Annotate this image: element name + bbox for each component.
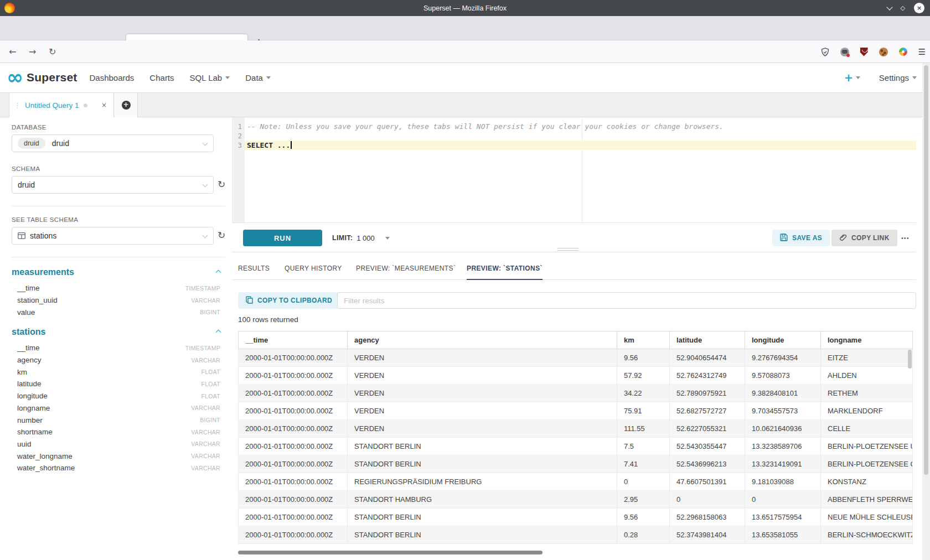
more-options-button[interactable]: •••: [901, 230, 910, 246]
query-tabbar: ⋮ Untitled Query 1 ● × +: [0, 93, 930, 117]
vertical-scrollbar-thumb[interactable]: [908, 350, 912, 369]
schema-column-row: latitudeFLOAT: [12, 378, 220, 390]
table-cell: 10.0621640936: [745, 420, 821, 438]
brand-name: Superset: [27, 71, 77, 84]
table-cell: 52.9040654474: [670, 349, 745, 367]
chevron-down-icon: [912, 76, 917, 79]
schema-column-row: kmFLOAT: [12, 366, 220, 378]
forward-icon[interactable]: →: [29, 40, 36, 63]
cookie-extension-icon[interactable]: [879, 48, 888, 56]
superset-infinity-icon: ∞: [7, 70, 23, 86]
query-tab-active[interactable]: ⋮ Untitled Query 1 ● ×: [9, 93, 114, 117]
window-maximize-icon[interactable]: ◇: [901, 4, 905, 12]
paperclip-icon: [839, 234, 847, 243]
drag-handle-icon[interactable]: ⋮: [14, 101, 21, 110]
table-cell: STANDORT BERLIN: [348, 526, 617, 544]
ublock-origin-icon[interactable]: [860, 48, 868, 56]
table-cell: BERLIN-PLOETZENSEE UP: [821, 438, 913, 455]
save-as-button[interactable]: SAVE AS: [772, 230, 830, 246]
table-cell: 2000-01-01T00:00:00.000Z: [239, 438, 348, 455]
column-name: value: [17, 308, 35, 317]
column-type: VARCHAR: [191, 405, 220, 411]
column-type: FLOAT: [201, 381, 220, 387]
extension-badge-icon[interactable]: [821, 48, 829, 56]
table-cell: 47.6607501391: [670, 473, 745, 491]
chevron-down-icon: [385, 237, 390, 240]
table-cell: BERLIN-PLOETZENSEE OP: [821, 455, 913, 473]
refresh-schema-icon[interactable]: ↻: [218, 179, 225, 190]
nav-item-sql-lab[interactable]: SQL Lab: [190, 73, 230, 82]
copy-to-clipboard-button[interactable]: COPY TO CLIPBOARD: [238, 292, 340, 309]
column-header[interactable]: agency: [348, 331, 617, 349]
nav-item-data[interactable]: Data: [245, 73, 271, 82]
settings-menu[interactable]: Settings: [879, 73, 917, 82]
window-minimize-icon[interactable]: [886, 4, 892, 10]
tab-results[interactable]: RESULTS: [238, 256, 270, 280]
column-name: longitude: [17, 392, 48, 400]
copy-link-button[interactable]: COPY LINK: [831, 230, 897, 246]
run-button[interactable]: RUN: [243, 230, 322, 246]
limit-control[interactable]: LIMIT: 1 000: [332, 230, 390, 246]
pane-resize-handle[interactable]: [557, 248, 578, 252]
table-section-header[interactable]: stations: [12, 327, 220, 337]
table-cell: VERDEN: [348, 367, 617, 385]
column-name: agency: [17, 356, 42, 364]
table-schema-label: SEE TABLE SCHEMA: [12, 216, 225, 223]
table-cell: 9.7034557573: [745, 402, 821, 420]
schema-column-row: longnameVARCHAR: [12, 402, 220, 414]
column-name: longname: [17, 404, 50, 412]
table-cell: 9.57088073: [745, 367, 821, 385]
schema-column-row: __timeTIMESTAMP: [12, 282, 220, 294]
nav-item-charts[interactable]: Charts: [149, 73, 174, 82]
tab-preview-measurements[interactable]: PREVIEW: `MEASUREMENTS`: [356, 256, 456, 280]
sqllab-sidebar: DATABASE druid druid SCHEMA druid ↻ SEE …: [0, 117, 237, 474]
column-header[interactable]: __time: [239, 331, 348, 349]
table-cell: VERDEN: [348, 420, 617, 438]
new-query-tab-button[interactable]: +: [115, 93, 138, 117]
table-cell: 9.3828408101: [745, 385, 821, 402]
sql-editor[interactable]: 1-- Note: Unless you save your query, th…: [232, 117, 916, 222]
column-header[interactable]: km: [617, 331, 670, 349]
table-cell: EITZE: [821, 349, 913, 367]
column-type: FLOAT: [201, 393, 220, 400]
reload-icon[interactable]: ↻: [49, 40, 56, 63]
table-cell: 2000-01-01T00:00:00.000Z: [239, 491, 348, 509]
table-select[interactable]: stations: [12, 227, 214, 245]
column-type: TIMESTAMP: [185, 345, 220, 351]
nav-item-dashboards[interactable]: Dashboards: [89, 73, 134, 82]
table-name: measurements: [12, 267, 74, 277]
menu-icon[interactable]: ☰: [918, 47, 926, 57]
window-close-icon[interactable]: ×: [914, 3, 924, 13]
column-type: VARCHAR: [191, 429, 220, 435]
column-header[interactable]: latitude: [670, 331, 745, 349]
database-select[interactable]: druid druid: [12, 134, 214, 152]
table-section-header[interactable]: measurements: [12, 267, 220, 277]
extension-pinwheel-icon[interactable]: [899, 48, 907, 56]
column-type: VARCHAR: [191, 297, 220, 304]
tab-query-history[interactable]: QUERY HISTORY: [285, 256, 342, 280]
divider: [12, 257, 225, 257]
extension-mask-icon[interactable]: [840, 48, 849, 56]
column-header[interactable]: longname: [821, 331, 913, 349]
table-cell: 13.3238589706: [745, 438, 821, 455]
page-scrollbar-thumb[interactable]: [924, 65, 928, 475]
column-name: __time: [17, 284, 40, 292]
table-cell: 13.6517575954: [745, 509, 821, 526]
tab-preview-stations[interactable]: PREVIEW: `STATIONS`: [467, 256, 542, 280]
new-item-button[interactable]: +: [844, 72, 860, 83]
horizontal-scrollbar-thumb[interactable]: [238, 551, 542, 554]
schema-column-row: valueBIGINT: [12, 306, 220, 318]
browser-tabstrip: Apache Druid × ∞ Superset × +: [0, 16, 930, 40]
back-icon[interactable]: ←: [9, 40, 16, 63]
superset-logo[interactable]: ∞ Superset: [7, 70, 77, 86]
filter-results-input[interactable]: [337, 292, 916, 309]
results-table: __timeagencykmlatitudelongitudelongname2…: [238, 331, 913, 544]
query-tab-close-icon[interactable]: ×: [101, 101, 107, 109]
refresh-table-icon[interactable]: ↻: [218, 230, 225, 241]
schema-column-row: uuidVARCHAR: [12, 438, 220, 450]
schema-value: druid: [18, 180, 35, 189]
schema-select[interactable]: druid: [12, 176, 214, 194]
table-cell: 75.91: [617, 402, 670, 420]
column-type: VARCHAR: [191, 453, 220, 459]
column-header[interactable]: longitude: [745, 331, 821, 349]
